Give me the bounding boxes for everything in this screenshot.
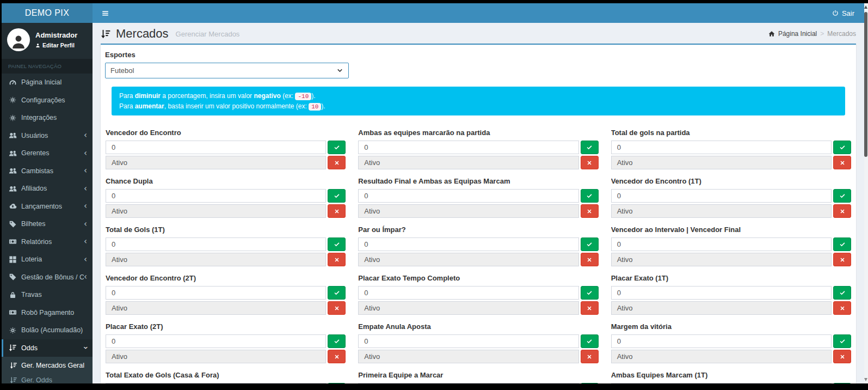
market-value-input[interactable]: [106, 189, 326, 203]
check-icon: [334, 193, 340, 199]
market-value-row: [358, 141, 598, 154]
sidebar-item-bolao-acumuladao[interactable]: Bolão (Acumuladão): [2, 321, 93, 339]
sidebar-subitem-label: Ger. Odds: [21, 376, 52, 384]
market-value-input[interactable]: [358, 334, 578, 348]
market-value-input[interactable]: [358, 286, 578, 300]
sports-select-value: Futebol: [110, 66, 134, 75]
scroll-up-arrow[interactable]: [864, 5, 867, 9]
market-save-button[interactable]: [581, 383, 599, 383]
sidebar-item-odds[interactable]: Odds‹: [2, 339, 93, 357]
x-icon: [586, 354, 593, 360]
sidebar-item-configuracoes[interactable]: Configurações: [2, 92, 93, 109]
market-save-button[interactable]: [328, 141, 346, 154]
scroll-down-arrow[interactable]: [864, 378, 867, 381]
market-save-button[interactable]: [328, 383, 346, 383]
market-disable-button[interactable]: [833, 204, 851, 218]
market-disable-button[interactable]: [581, 156, 599, 169]
brand-text: DEMO PIX: [25, 8, 69, 18]
market-disable-button[interactable]: [581, 350, 599, 363]
market-value-input[interactable]: [358, 237, 578, 251]
market-save-button[interactable]: [833, 383, 851, 383]
sidebar-item-label: Odds: [21, 344, 84, 352]
market-value-input[interactable]: [611, 334, 832, 348]
market-value-input[interactable]: [358, 189, 578, 203]
market-save-button[interactable]: [328, 237, 346, 251]
sidebar-item-integracoes[interactable]: Integrações: [2, 109, 93, 127]
scrollbar-thumb[interactable]: [864, 12, 867, 157]
sidebar-item-relatorios[interactable]: Relatórios‹: [2, 233, 93, 251]
market-save-button[interactable]: [328, 189, 346, 203]
sidebar-subitem-ger-mercados-geral[interactable]: Ger. Mercados Geral: [2, 358, 93, 373]
market-disable-button[interactable]: [328, 350, 346, 363]
sidebar-item-travas[interactable]: Travas: [2, 286, 93, 304]
market-save-button[interactable]: [833, 237, 851, 251]
sidebar-menu: Página InicialConfiguraçõesIntegraçõesUs…: [2, 74, 93, 383]
market-value-input[interactable]: [106, 383, 326, 383]
sidebar-item-pagina-inicial[interactable]: Página Inicial: [2, 74, 93, 92]
sidebar-item-loteria[interactable]: Loteria‹: [2, 251, 93, 269]
market-value-input[interactable]: [106, 141, 326, 154]
market-block: Margem da vitóriaAtivo: [611, 322, 851, 365]
sidebar-item-afiliados[interactable]: Afiliados‹: [2, 180, 93, 198]
market-save-button[interactable]: [833, 334, 851, 348]
market-save-button[interactable]: [833, 189, 851, 203]
brand-logo[interactable]: DEMO PIX: [2, 3, 93, 23]
market-save-button[interactable]: [581, 189, 599, 203]
sidebar-subitem-ger-odds[interactable]: Ger. Odds: [2, 373, 93, 383]
market-value-input[interactable]: [611, 286, 832, 300]
sidebar-item-gestao-de-bonus-cupom[interactable]: Gestão de Bônus / Cupom‹: [2, 269, 93, 287]
edit-profile-link[interactable]: Editar Perfil: [35, 42, 77, 48]
market-disable-button[interactable]: [328, 156, 346, 169]
market-value-input[interactable]: [106, 286, 326, 300]
market-value-input[interactable]: [611, 141, 832, 154]
market-disable-button[interactable]: [581, 301, 599, 315]
market-disable-button[interactable]: [581, 204, 599, 218]
market-disable-button[interactable]: [328, 204, 346, 218]
hamburger-icon: [102, 10, 109, 17]
logout-button[interactable]: Sair: [832, 9, 854, 17]
market-save-button[interactable]: [581, 334, 599, 348]
market-save-button[interactable]: [581, 237, 599, 251]
market-value-input[interactable]: [358, 141, 578, 154]
sidebar-item-robo-pagamento[interactable]: Robô Pagamento: [2, 304, 93, 322]
market-save-button[interactable]: [328, 334, 346, 348]
market-save-button[interactable]: [328, 286, 346, 300]
sidebar-item-label: Usuários: [21, 132, 84, 139]
market-disable-button[interactable]: [328, 253, 346, 266]
gears-icon: [9, 114, 17, 122]
user-silhouette-icon: [10, 32, 27, 51]
market-disable-button[interactable]: [833, 253, 851, 266]
grid-icon: [9, 255, 17, 264]
sidebar-item-gerentes[interactable]: Gerentes‹: [2, 144, 93, 162]
breadcrumb-home-link[interactable]: Página Inicial: [778, 30, 817, 38]
sidebar-item-usuarios[interactable]: Usuários‹: [2, 127, 93, 145]
market-disable-button[interactable]: [833, 156, 851, 169]
sidebar-item-cambistas[interactable]: Cambistas‹: [2, 162, 93, 180]
sidebar-toggle-button[interactable]: [93, 3, 118, 23]
sidebar-item-bilhetes[interactable]: Bilhetes‹: [2, 215, 93, 233]
market-value-input[interactable]: [106, 334, 326, 348]
market-disable-button[interactable]: [833, 350, 851, 363]
market-disable-button[interactable]: [833, 301, 851, 315]
market-value-input[interactable]: [611, 189, 832, 203]
market-save-button[interactable]: [581, 286, 599, 300]
market-value-input[interactable]: [106, 237, 326, 251]
sidebar-subitem-label: Ger. Mercados Geral: [21, 362, 84, 369]
market-save-button[interactable]: [833, 141, 851, 154]
market-value-input[interactable]: [611, 383, 832, 383]
lock-icon: [9, 291, 17, 299]
sidebar-item-lancamentos[interactable]: Lançamentos‹: [2, 198, 93, 216]
market-value-input[interactable]: [358, 383, 578, 383]
market-status-field: Ativo: [611, 350, 832, 363]
market-disable-button[interactable]: [328, 301, 346, 315]
browser-scrollbar[interactable]: [864, 3, 868, 383]
market-status-row: Ativo: [611, 253, 851, 266]
market-disable-button[interactable]: [581, 253, 599, 266]
sports-select[interactable]: Futebol: [105, 63, 349, 78]
market-label: Placar Exato Tempo Completo: [358, 274, 598, 282]
market-value-input[interactable]: [611, 237, 832, 251]
sidebar-item-label: Integrações: [21, 114, 87, 121]
sports-label: Esportes: [105, 51, 852, 59]
market-save-button[interactable]: [833, 286, 851, 300]
market-save-button[interactable]: [581, 141, 599, 154]
